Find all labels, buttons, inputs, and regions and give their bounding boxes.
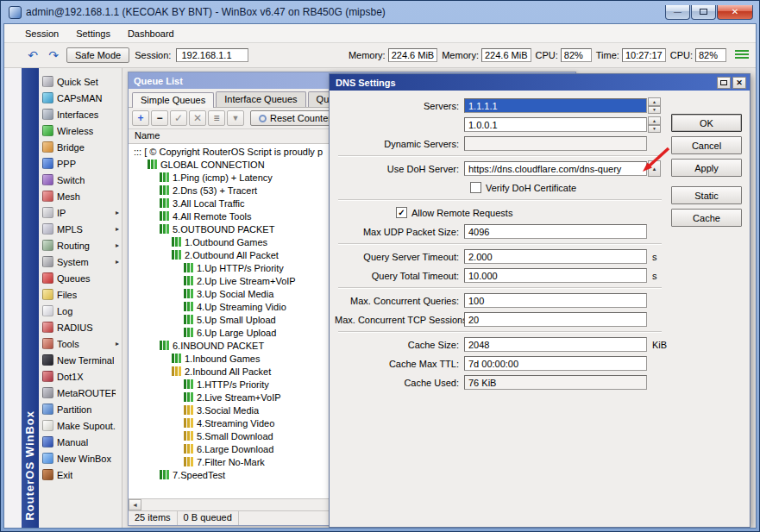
menu-item[interactable]: Settings [76,28,110,39]
safe-mode-button[interactable]: Safe Mode [66,47,129,63]
caption-buttons: — ✕ [664,5,753,20]
add-icon[interactable]: + [132,110,149,126]
queue-icon [160,185,169,195]
sidebar-item-label: Mesh [57,191,80,202]
dialog-button[interactable]: Cancel [671,136,742,154]
stat: Memory: 224.6 MiB [349,48,437,62]
main-toolbar: ↶ ↷ Safe Mode Session: 192.168.1.1 Memor… [4,43,756,68]
queue-row-label: 3.Social Media [197,405,259,416]
stat-value: 82% [695,48,726,62]
dns-server-1-input[interactable]: 1.1.1.1 [464,98,647,113]
traffic-indicator-icon[interactable] [735,50,749,60]
sidebar-item[interactable]: Manual [39,434,122,450]
query-server-timeout-input[interactable]: 2.000 [464,249,647,264]
undo-icon[interactable]: ↶ [25,48,41,62]
sidebar-item[interactable]: Interfaces [39,106,122,122]
sidebar-item[interactable]: New WinBox [39,450,122,466]
sidebar-item[interactable]: MPLS ▸ [39,221,122,237]
separator [338,155,662,157]
dns-dialog-title-bar[interactable]: DNS Settings ✕ [330,74,750,91]
redo-icon[interactable]: ↷ [46,48,61,62]
tools-icon [42,338,53,349]
filter-icon[interactable]: ▼ [227,110,244,126]
queue-icon [184,431,193,441]
title-bar[interactable]: admin@192.168.1.1 (KECOAK BY BNT) - WinB… [3,1,757,23]
sidebar-item[interactable]: Wireless [39,122,122,139]
sidebar-item[interactable]: RADIUS [39,319,122,335]
mesh-icon [42,191,53,202]
session-label: Session: [135,50,171,60]
dns-server-2-input[interactable]: 1.0.0.1 [464,117,647,132]
close-icon: ✕ [732,7,738,16]
close-button[interactable]: ✕ [717,5,753,20]
minimize-button[interactable]: — [665,5,690,20]
maximize-button[interactable] [691,5,716,20]
sidebar-item[interactable]: Exit [39,466,122,483]
sidebar-item[interactable]: Make Supout.rif [39,417,122,434]
sidebar-item[interactable]: Files [39,286,122,303]
max-concurrent-queries-label: Max. Concurrent Queries: [335,296,464,306]
sidebar-item[interactable]: IP ▸ [39,204,122,221]
sidebar-item-label: New WinBox [57,454,111,464]
dialog-button[interactable]: OK [671,114,742,132]
queue-row-label: 1.Inbound Games [185,354,260,364]
remove-icon[interactable]: − [151,110,168,126]
enable-icon[interactable]: ✓ [170,110,187,126]
cache-size-input[interactable]: 2048 [464,337,647,352]
server-2-spinner[interactable]: ▲ ▼ [648,116,661,133]
sidebar-item[interactable]: Quick Set [39,73,122,90]
cache-max-ttl-input[interactable]: 7d 00:00:00 [464,356,647,371]
sidebar-item[interactable]: New Terminal [39,352,122,368]
max-concurrent-queries-input[interactable]: 100 [464,293,647,308]
allow-remote-requests-checkbox[interactable]: ✓ [396,207,407,218]
sidebar-item[interactable]: Routing ▸ [39,237,122,253]
sidebar-item-label: Partition [57,404,91,415]
sidebar-item[interactable]: PPP [39,155,122,172]
queue-row-label: 3.Up Social Media [197,289,273,299]
menu-item[interactable]: Session [25,28,59,39]
query-total-timeout-input[interactable]: 10.000 [464,268,647,283]
doh-collapse-button[interactable]: ▲ [648,160,661,177]
sidebar-item[interactable]: Queues [39,270,122,286]
dialog-restore-button[interactable] [717,77,731,89]
sidebar-item[interactable]: Dot1X [39,368,122,385]
sidebar-item[interactable]: Partition [39,401,122,417]
submenu-arrow-icon: ▸ [116,340,119,347]
comment-icon[interactable]: ≡ [208,110,225,126]
sidebar-item[interactable]: Log [39,303,122,319]
scroll-left-icon[interactable]: ◄ [129,499,141,510]
sidebar-item[interactable]: System ▸ [39,253,122,270]
sidebar-item[interactable]: Switch [39,172,122,188]
bridge-icon [42,141,53,153]
queue-icon [160,198,169,208]
menu-item[interactable]: Dashboard [128,28,174,39]
routing-icon [42,240,53,251]
sidebar-item[interactable]: Tools ▸ [39,335,122,352]
capsman-icon [42,92,53,103]
workspace: Queue List Simple Queues Interface Queue… [122,68,756,528]
dialog-button[interactable]: Apply [671,159,742,177]
sidebar: Quick Set CAPsMAN Interfaces [39,68,122,528]
session-value[interactable]: 192.168.1.1 [176,48,248,62]
sidebar-item[interactable]: Mesh [39,188,122,204]
max-udp-input[interactable]: 4096 [464,224,647,239]
sidebar-item-label: Routing [57,241,90,251]
sidebar-item[interactable]: MetaROUTER [39,385,122,401]
verify-doh-certificate-checkbox[interactable] [470,182,481,193]
queue-tab[interactable]: Interface Queues [216,91,305,107]
dialog-button[interactable]: Cache [671,209,742,227]
sidebar-item[interactable]: CAPsMAN [39,90,122,106]
restore-icon [720,80,727,85]
dialog-close-button[interactable]: ✕ [732,77,746,89]
supout-icon [42,420,53,431]
submenu-arrow-icon: ▸ [116,258,119,266]
doh-server-input[interactable]: https://dns.cloudflare.com/dns-query [464,161,647,176]
disable-icon[interactable]: ✕ [189,110,206,126]
max-concurrent-tcp-input[interactable]: 20 [464,312,647,327]
queue-tab[interactable]: Simple Queues [132,92,214,108]
dialog-button[interactable]: Static [671,186,742,204]
server-1-spinner[interactable]: ▲ ▼ [648,97,661,114]
sidebar-item[interactable]: Bridge [39,139,122,155]
submenu-arrow-icon: ▸ [116,209,119,216]
stat-value: 10:27:17 [622,48,666,62]
